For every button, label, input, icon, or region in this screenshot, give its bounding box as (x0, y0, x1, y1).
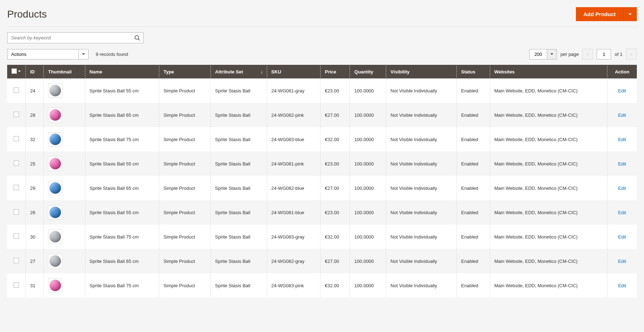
col-head-status[interactable]: Status (457, 65, 490, 78)
cell-action: Edit (607, 249, 637, 273)
cell-price: €23.00 (320, 151, 350, 176)
page-size-input[interactable] (529, 49, 547, 59)
cell-visibility: Not Visible Individually (386, 78, 457, 103)
cell-name: Sprite Stasis Ball 65 cm (85, 249, 159, 273)
cell-quantity: 100.0000 (350, 200, 386, 225)
cell-visibility: Not Visible Individually (386, 176, 457, 200)
cell-id: 31 (26, 273, 44, 298)
thumbnail-image (48, 205, 62, 220)
add-product-dropdown-toggle[interactable] (623, 7, 637, 21)
edit-link[interactable]: Edit (618, 186, 626, 191)
actions-dropdown[interactable]: Actions (7, 49, 79, 59)
page-size-dropdown[interactable] (547, 49, 557, 59)
cell-thumbnail (44, 127, 85, 151)
cell-sku: 24-WG082-blue (267, 176, 320, 200)
cell-id: 25 (26, 151, 44, 176)
table-row[interactable]: 30 Sprite Stasis Ball 75 cm Simple Produ… (7, 225, 637, 249)
actions-dropdown-toggle[interactable] (79, 49, 89, 59)
col-head-thumbnail[interactable]: Thumbnail (44, 65, 85, 78)
prev-page-button[interactable]: ‹ (582, 49, 593, 59)
cell-websites: Main Website, EDD, Monetico (CM-CIC) (490, 225, 607, 249)
edit-link[interactable]: Edit (618, 283, 626, 288)
search-icon[interactable] (134, 35, 141, 41)
cell-thumbnail (44, 151, 85, 176)
edit-link[interactable]: Edit (618, 259, 626, 264)
current-page-input[interactable] (597, 49, 611, 59)
row-checkbox[interactable] (14, 209, 19, 215)
table-row[interactable]: 24 Sprite Stasis Ball 55 cm Simple Produ… (7, 78, 637, 103)
chevron-down-icon (628, 12, 632, 16)
col-head-sku[interactable]: SKU (267, 65, 320, 78)
edit-link[interactable]: Edit (618, 234, 626, 240)
search-box (7, 32, 143, 43)
row-checkbox[interactable] (14, 282, 19, 288)
cell-sku: 24-WG081-gray (267, 78, 320, 103)
page-of-label: of 1 (615, 52, 622, 57)
row-checkbox[interactable] (14, 112, 19, 117)
row-checkbox[interactable] (14, 234, 19, 239)
cell-action: Edit (607, 200, 637, 225)
col-head-type[interactable]: Type (159, 65, 210, 78)
table-row[interactable]: 28 Sprite Stasis Ball 65 cm Simple Produ… (7, 103, 637, 127)
edit-link[interactable]: Edit (618, 210, 626, 215)
col-head-visibility[interactable]: Visibility (386, 65, 457, 78)
cell-status: Enabled (457, 176, 490, 200)
cell-quantity: 100.0000 (350, 151, 386, 176)
cell-visibility: Not Visible Individually (386, 273, 457, 298)
table-row[interactable]: 26 Sprite Stasis Ball 55 cm Simple Produ… (7, 200, 637, 225)
edit-link[interactable]: Edit (618, 88, 626, 93)
cell-type: Simple Product (159, 249, 210, 273)
cell-websites: Main Website, EDD, Monetico (CM-CIC) (490, 176, 607, 200)
cell-websites: Main Website, EDD, Monetico (CM-CIC) (490, 127, 607, 151)
row-checkbox[interactable] (14, 136, 19, 141)
col-head-attribute-set-label: Attribute Set (215, 69, 243, 74)
select-all-checkbox[interactable] (11, 68, 17, 74)
cell-sku: 24-WG081-blue (267, 200, 320, 225)
cell-type: Simple Product (159, 225, 210, 249)
cell-thumbnail (44, 176, 85, 200)
cell-attribute-set: Sprite Stasis Ball (210, 176, 267, 200)
col-head-attribute-set[interactable]: Attribute Set↓ (210, 65, 267, 78)
search-input[interactable] (7, 32, 143, 43)
table-row[interactable]: 32 Sprite Stasis Ball 75 cm Simple Produ… (7, 127, 637, 151)
col-head-name[interactable]: Name (85, 65, 159, 78)
cell-quantity: 100.0000 (350, 176, 386, 200)
cell-thumbnail (44, 78, 85, 103)
cell-type: Simple Product (159, 103, 210, 127)
cell-visibility: Not Visible Individually (386, 225, 457, 249)
cell-id: 28 (26, 103, 44, 127)
row-checkbox[interactable] (14, 185, 19, 190)
cell-status: Enabled (457, 78, 490, 103)
col-head-checkbox[interactable] (7, 65, 26, 78)
next-page-button[interactable]: › (626, 49, 637, 59)
table-row[interactable]: 29 Sprite Stasis Ball 65 cm Simple Produ… (7, 176, 637, 200)
sort-arrow-icon: ↓ (261, 69, 263, 74)
table-row[interactable]: 27 Sprite Stasis Ball 65 cm Simple Produ… (7, 249, 637, 273)
chevron-down-icon (18, 69, 21, 73)
add-product-button[interactable]: Add Product (576, 7, 623, 21)
cell-thumbnail (44, 273, 85, 298)
row-checkbox[interactable] (14, 160, 19, 166)
col-head-quantity[interactable]: Quantity (350, 65, 386, 78)
cell-status: Enabled (457, 103, 490, 127)
edit-link[interactable]: Edit (618, 137, 626, 142)
ball-icon (49, 85, 61, 96)
edit-link[interactable]: Edit (618, 112, 626, 118)
cell-attribute-set: Sprite Stasis Ball (210, 200, 267, 225)
cell-quantity: 100.0000 (350, 249, 386, 273)
table-row[interactable]: 25 Sprite Stasis Ball 55 cm Simple Produ… (7, 151, 637, 176)
table-row[interactable]: 31 Sprite Stasis Ball 75 cm Simple Produ… (7, 273, 637, 298)
cell-type: Simple Product (159, 200, 210, 225)
caret-down-icon (82, 52, 85, 56)
cell-status: Enabled (457, 200, 490, 225)
row-checkbox[interactable] (14, 87, 19, 93)
cell-id: 32 (26, 127, 44, 151)
edit-link[interactable]: Edit (618, 161, 626, 167)
records-found: 9 records found (96, 52, 128, 57)
col-head-action[interactable]: Action (607, 65, 637, 78)
col-head-websites[interactable]: Websites (490, 65, 607, 78)
row-checkbox[interactable] (14, 258, 19, 263)
cell-websites: Main Website, EDD, Monetico (CM-CIC) (490, 273, 607, 298)
col-head-price[interactable]: Price (320, 65, 350, 78)
col-head-id[interactable]: ID (26, 65, 44, 78)
